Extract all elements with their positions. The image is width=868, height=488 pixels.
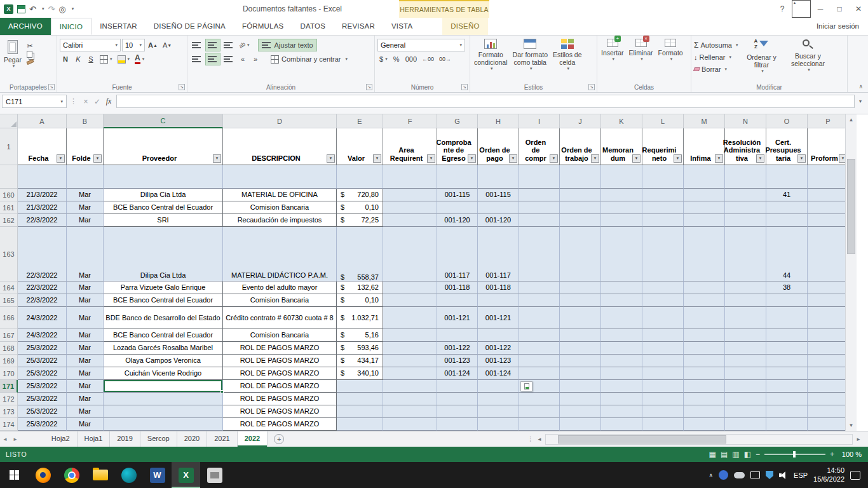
column-letter-N[interactable]: N (725, 114, 766, 128)
sheet-tab-hoja2[interactable]: Hoja2 (44, 431, 78, 447)
cell-H173[interactable] (478, 405, 519, 418)
security-shield-icon[interactable] (766, 471, 773, 479)
cell-M163[interactable] (684, 227, 725, 281)
cell-L173[interactable] (642, 405, 684, 418)
sheet-tab-hoja1[interactable]: Hoja1 (78, 431, 111, 447)
display-icon[interactable] (750, 471, 760, 478)
cell-M173[interactable] (684, 405, 725, 418)
cell-B167[interactable]: Mar (67, 329, 104, 342)
italic-button[interactable]: K (72, 53, 84, 65)
cell-C161[interactable]: BCE Banco Central del Ecuador (104, 201, 223, 214)
cell-O162[interactable] (766, 214, 808, 227)
cell-O166[interactable] (766, 307, 808, 329)
insert-function-button[interactable]: fx (103, 97, 114, 106)
ribbon-tab-inicio[interactable]: INICIO (51, 18, 92, 35)
number-dialog-launcher[interactable]: ↘ (461, 84, 468, 90)
cell-B161[interactable]: Mar (67, 201, 104, 214)
cell-B166[interactable]: Mar (67, 307, 104, 329)
cell-M169[interactable] (684, 355, 725, 367)
shrink-font-button[interactable]: A▼ (161, 39, 173, 51)
cell-D171[interactable]: ROL DE PAGOS MARZO (223, 380, 337, 393)
cell-N168[interactable] (725, 342, 766, 355)
cell-L161[interactable] (642, 201, 684, 214)
cell-I[interactable] (519, 165, 560, 189)
cell-F174[interactable] (383, 418, 437, 431)
column-letter-G[interactable]: G (437, 114, 478, 128)
column-header-B[interactable]: Folde▼ (67, 128, 104, 165)
column-letter-A[interactable]: A (18, 114, 67, 128)
formula-bar-expand-icon[interactable]: ▾ (855, 98, 866, 104)
cell-N[interactable] (725, 165, 766, 189)
cell-P173[interactable] (808, 405, 849, 418)
cell-N167[interactable] (725, 329, 766, 342)
row-header-165[interactable]: 165 (0, 294, 18, 307)
cell-C173[interactable] (104, 405, 223, 418)
save-icon[interactable] (17, 5, 25, 13)
filter-button-I[interactable]: ▼ (550, 154, 558, 163)
sheet-tab-2021[interactable]: 2021 (207, 431, 237, 447)
page-break-view-icon[interactable]: ◧ (744, 450, 751, 459)
column-header-J[interactable]: Orden de trabajo▼ (560, 128, 601, 165)
sheet-tab-2022[interactable]: 2022 (238, 431, 268, 447)
cell-P165[interactable] (808, 294, 849, 307)
filter-button-N[interactable]: ▼ (756, 154, 764, 163)
volume-icon[interactable] (779, 471, 788, 479)
cell-D173[interactable]: ROL DE PAGOS MARZO (223, 405, 337, 418)
column-letter-B[interactable]: B (67, 114, 104, 128)
cell-F170[interactable] (383, 367, 437, 380)
cell-M170[interactable] (684, 367, 725, 380)
ribbon-tab-insertar[interactable]: INSERTAR (92, 18, 146, 35)
cell-B168[interactable]: Mar (67, 342, 104, 355)
onedrive-icon[interactable] (734, 472, 745, 478)
scroll-left-icon[interactable]: ◄ (534, 437, 545, 442)
cell-K173[interactable] (601, 405, 642, 418)
align-right-button[interactable] (222, 53, 236, 65)
cell-M[interactable] (684, 165, 725, 189)
horizontal-scrollbar[interactable]: ◄ ► (534, 431, 864, 447)
cell-K165[interactable] (601, 294, 642, 307)
cell-E167[interactable]: $5,16 (337, 329, 383, 342)
select-all-corner[interactable] (0, 114, 18, 128)
cell-K166[interactable] (601, 307, 642, 329)
decrease-decimal-button[interactable]: 00→ (437, 53, 453, 65)
cell-B170[interactable]: Mar (67, 367, 104, 380)
cell-A162[interactable]: 22/3/2022 (18, 214, 67, 227)
cell-H162[interactable]: 001-120 (478, 214, 519, 227)
cell-K167[interactable] (601, 329, 642, 342)
name-box-splitter[interactable]: ⋮ (67, 97, 80, 105)
cell-C172[interactable] (104, 393, 223, 405)
cell-K171[interactable] (601, 380, 642, 393)
column-letter-C[interactable]: C (104, 114, 223, 128)
fill-button[interactable]: ↓Rellenar▾ (693, 51, 739, 63)
cell-O173[interactable] (766, 405, 808, 418)
cell-G168[interactable]: 001-122 (437, 342, 478, 355)
column-letter-M[interactable]: M (684, 114, 725, 128)
cell-K170[interactable] (601, 367, 642, 380)
cell-N164[interactable] (725, 281, 766, 294)
alignment-dialog-launcher[interactable]: ↘ (366, 84, 372, 90)
filter-button-J[interactable]: ▼ (591, 154, 599, 163)
cell-H163[interactable]: 001-117 (478, 227, 519, 281)
sign-in-link[interactable]: Iniciar sesión (817, 18, 868, 35)
cell-E163[interactable]: $558,37 (337, 227, 383, 281)
cell-N174[interactable] (725, 418, 766, 431)
cell-M165[interactable] (684, 294, 725, 307)
cell-N169[interactable] (725, 355, 766, 367)
row-header-171[interactable]: 171 (0, 380, 18, 393)
cell-D164[interactable]: Evento del adulto mayor (223, 281, 337, 294)
cell-L164[interactable] (642, 281, 684, 294)
zoom-out-icon[interactable]: − (756, 450, 760, 459)
column-letter-E[interactable]: E (337, 114, 383, 128)
format-painter-button[interactable] (26, 59, 34, 65)
close-icon[interactable]: ✕ (849, 0, 868, 18)
cell-A165[interactable]: 22/3/2022 (18, 294, 67, 307)
align-center-button[interactable] (205, 53, 220, 65)
cell-H174[interactable] (478, 418, 519, 431)
cell-D162[interactable]: Recaudación de impuestos (223, 214, 337, 227)
column-letter-L[interactable]: L (642, 114, 684, 128)
row-header-163[interactable]: 163 (0, 227, 18, 281)
column-header-E[interactable]: Valor▼ (337, 128, 383, 165)
cell-L165[interactable] (642, 294, 684, 307)
wrap-text-button[interactable]: Ajustar texto (258, 39, 317, 51)
cell-L168[interactable] (642, 342, 684, 355)
